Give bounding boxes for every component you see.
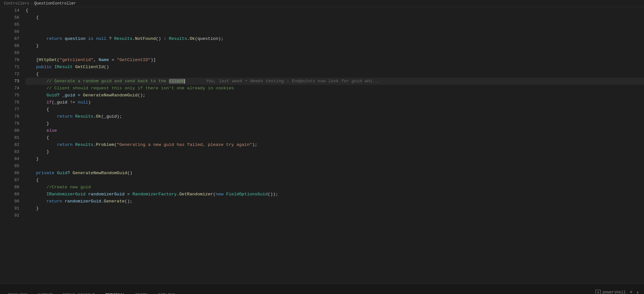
line-number-67: 67 bbox=[0, 35, 19, 42]
line-number-90: 90 bbox=[0, 198, 19, 205]
token: IResult bbox=[54, 65, 73, 69]
token: { bbox=[26, 135, 49, 140]
code-line-84[interactable]: } bbox=[26, 156, 644, 163]
token bbox=[26, 93, 47, 98]
breadcrumb-file[interactable]: QuestionController bbox=[34, 1, 76, 6]
token: GetRandomizer bbox=[179, 192, 213, 197]
code-line-67[interactable]: return question is null ? Results.NotFou… bbox=[26, 35, 644, 42]
add-terminal-button[interactable]: + bbox=[630, 290, 633, 294]
code-line-91[interactable]: } bbox=[26, 205, 644, 212]
token: Problem bbox=[96, 142, 114, 147]
token: { bbox=[26, 15, 39, 20]
token bbox=[73, 65, 75, 69]
token bbox=[26, 185, 47, 190]
line-number-82: 82 bbox=[0, 141, 19, 148]
panel-tab-output[interactable]: OUTPUT bbox=[33, 290, 58, 294]
code-line-85[interactable] bbox=[26, 163, 644, 170]
token: () bbox=[104, 65, 109, 69]
code-content[interactable]: { { return question is null ? Results.No… bbox=[23, 7, 644, 283]
token: Guid bbox=[57, 171, 67, 175]
token: ? bbox=[67, 171, 73, 175]
line-number-72: 72 bbox=[0, 71, 19, 78]
code-line-73[interactable]: // Generate a random guid and send back … bbox=[26, 78, 644, 85]
bottom-panel: PROBLEMSOUTPUTDEBUG CONSOLETERMINALPORTS… bbox=[0, 283, 644, 294]
code-line-56[interactable]: { bbox=[26, 14, 644, 21]
token: Generate bbox=[104, 199, 125, 204]
code-line-82[interactable]: return Results.Problem("Generating a new… bbox=[26, 141, 644, 148]
code-line-75[interactable]: Guid? _guid = GenerateNewRandomGuid(); bbox=[26, 92, 644, 99]
token: HttpGet bbox=[39, 58, 57, 62]
token: // Client should request this only if th… bbox=[26, 86, 234, 91]
code-line-72[interactable]: { bbox=[26, 71, 644, 78]
token: RandomizerFactory bbox=[132, 192, 177, 197]
token: "getclientid" bbox=[59, 58, 93, 62]
line-number-68: 68 bbox=[0, 42, 19, 49]
code-line-78[interactable]: return Results.Ok(_guid); bbox=[26, 113, 644, 120]
breadcrumb-controllers[interactable]: Controllers bbox=[4, 1, 29, 6]
line-number-70: 70 bbox=[0, 57, 19, 64]
token: NotFound bbox=[135, 36, 156, 41]
line-number-79: 79 bbox=[0, 120, 19, 127]
panel-tab-gitlens[interactable]: GITLENS bbox=[153, 290, 181, 294]
token: public bbox=[36, 65, 52, 69]
token: GenerateNewRandomGuid bbox=[83, 93, 137, 98]
panel-tab-debug-console[interactable]: DEBUG CONSOLE bbox=[58, 290, 100, 294]
token: } bbox=[26, 149, 49, 154]
code-line-80[interactable]: else bbox=[26, 127, 644, 134]
token: { bbox=[26, 72, 39, 76]
token: Ok bbox=[96, 114, 101, 119]
token: return bbox=[57, 114, 73, 119]
code-line-79[interactable]: } bbox=[26, 120, 644, 127]
token: Ok bbox=[190, 36, 195, 41]
token: { bbox=[26, 178, 39, 183]
code-line-68[interactable]: } bbox=[26, 42, 644, 49]
line-number-69: 69 bbox=[0, 49, 19, 57]
code-line-89[interactable]: IRandomizerGuid randomizerGuid = Randomi… bbox=[26, 191, 644, 198]
code-line-86[interactable]: private Guid? GenerateNewRandomGuid() bbox=[26, 170, 644, 177]
line-number-86: 86 bbox=[0, 170, 19, 177]
code-line-90[interactable]: return randomizerGuid.Generate(); bbox=[26, 198, 644, 205]
line-number-81: 81 bbox=[0, 134, 19, 141]
powershell-icon: ⊞ bbox=[595, 290, 601, 294]
code-line-14[interactable]: { bbox=[26, 7, 644, 14]
code-line-76[interactable]: if(_guid != null) bbox=[26, 99, 644, 106]
line-number-83: 83 bbox=[0, 148, 19, 156]
code-line-65[interactable] bbox=[26, 21, 644, 28]
code-editor: 1456656667686970717273747576777879808182… bbox=[0, 7, 644, 283]
line-number-92: 92 bbox=[0, 212, 19, 219]
panel-tab-ports[interactable]: PORTS bbox=[130, 290, 153, 294]
code-line-71[interactable]: public IResult GetClientId() bbox=[26, 64, 644, 71]
line-number-80: 80 bbox=[0, 127, 19, 134]
token: ? bbox=[106, 36, 114, 41]
line-number-73: 73 bbox=[0, 78, 19, 85]
code-line-83[interactable]: } bbox=[26, 148, 644, 156]
code-line-92[interactable] bbox=[26, 212, 644, 219]
line-number-85: 85 bbox=[0, 163, 19, 170]
token bbox=[73, 142, 75, 147]
panel-tab-problems[interactable]: PROBLEMS bbox=[3, 290, 33, 294]
token: Results bbox=[75, 142, 93, 147]
token bbox=[26, 36, 47, 41]
line-number-87: 87 bbox=[0, 177, 19, 184]
token: . bbox=[177, 192, 179, 197]
panel-chevron-icon[interactable]: ∧ bbox=[637, 290, 639, 294]
line-number-65: 65 bbox=[0, 21, 19, 28]
token: return bbox=[47, 199, 62, 204]
code-line-87[interactable]: { bbox=[26, 177, 644, 184]
token: IRandomizerGuid bbox=[47, 192, 86, 197]
code-line-88[interactable]: //Create new guid bbox=[26, 184, 644, 191]
code-line-69[interactable] bbox=[26, 49, 644, 57]
token bbox=[26, 114, 57, 119]
code-line-66[interactable] bbox=[26, 28, 644, 35]
token: Guid bbox=[47, 93, 57, 98]
code-line-74[interactable]: // Client should request this only if th… bbox=[26, 85, 644, 92]
token: //Create new guid bbox=[47, 185, 91, 190]
token: "GetClientID" bbox=[117, 58, 151, 62]
token: (question); bbox=[195, 36, 224, 41]
token bbox=[26, 171, 36, 175]
code-line-77[interactable]: { bbox=[26, 106, 644, 113]
token: Results bbox=[169, 36, 187, 41]
panel-tab-terminal[interactable]: TERMINAL bbox=[100, 290, 130, 294]
code-line-70[interactable]: [HttpGet("getclientid", Name = "GetClien… bbox=[26, 57, 644, 64]
code-line-81[interactable]: { bbox=[26, 134, 644, 141]
